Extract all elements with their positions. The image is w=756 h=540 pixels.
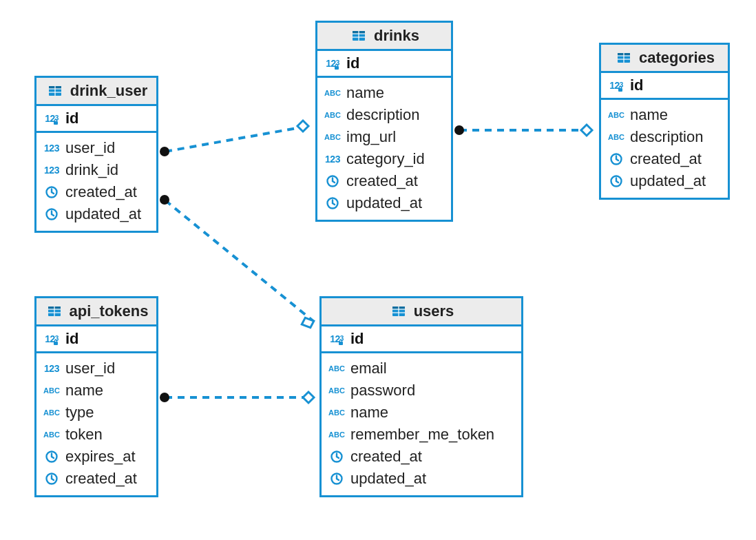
column-row: ABCtype <box>42 402 149 424</box>
column-row: 123drink_id <box>42 159 149 181</box>
primary-key-row: 123 id <box>36 326 156 353</box>
table-icon <box>614 50 633 65</box>
table-icon <box>45 83 65 98</box>
endpoint-diamond <box>297 121 308 132</box>
pk-int-icon: 123 <box>327 331 346 346</box>
timestamp-type-icon <box>42 185 61 200</box>
primary-key-row: 123 id <box>317 51 451 78</box>
endpoint-diamond <box>581 125 592 136</box>
pk-int-icon: 123 <box>323 56 342 71</box>
column-row: updated_at <box>42 203 149 225</box>
column-row: updated_at <box>607 170 721 192</box>
column-row: ABCremember_me_token <box>327 424 514 446</box>
table-columns: ABCnameABCdescriptioncreated_atupdated_a… <box>601 100 728 198</box>
timestamp-type-icon <box>327 449 346 464</box>
string-type-icon: ABC <box>327 405 346 420</box>
column-name: updated_at <box>350 470 426 488</box>
column-row: 123category_id <box>323 148 444 170</box>
column-name: img_url <box>346 128 396 146</box>
column-row: expires_at <box>42 446 149 468</box>
pk-int-icon: 123 <box>42 111 61 126</box>
table-icon <box>349 28 368 43</box>
svg-rect-5 <box>54 121 58 125</box>
rel-drinkuser-users <box>165 200 314 322</box>
int-type-icon: 123 <box>42 361 61 376</box>
entity-table-drink_user: drink_user 123 id 123user_id123drink_idc… <box>34 76 158 233</box>
timestamp-type-icon <box>607 152 626 167</box>
pk-int-icon: 123 <box>607 78 626 93</box>
column-name: created_at <box>65 183 137 201</box>
column-name: password <box>350 382 415 399</box>
table-columns: 123user_idABCnameABCtypeABCtokenexpires_… <box>36 353 156 495</box>
string-type-icon: ABC <box>327 361 346 376</box>
timestamp-type-icon <box>323 174 342 189</box>
table-columns: ABCnameABCdescriptionABCimg_url123catego… <box>317 78 451 220</box>
column-row: ABCname <box>42 380 149 402</box>
table-header: categories <box>601 45 728 73</box>
svg-rect-21 <box>618 88 622 92</box>
column-name: created_at <box>350 448 422 466</box>
column-row: created_at <box>323 170 444 192</box>
timestamp-type-icon <box>323 196 342 211</box>
pk-name: id <box>346 54 360 72</box>
primary-key-row: 123 id <box>36 106 156 133</box>
string-type-icon: ABC <box>607 107 626 123</box>
pk-int-icon: 123 <box>42 331 61 346</box>
pk-name: id <box>65 330 79 348</box>
column-row: created_at <box>42 468 149 490</box>
column-row: 123user_id <box>42 137 149 159</box>
column-row: ABCdescription <box>607 126 721 148</box>
int-type-icon: 123 <box>323 152 342 167</box>
primary-key-row: 123 id <box>322 326 521 353</box>
column-name: email <box>350 360 387 377</box>
column-name: name <box>346 84 384 102</box>
endpoint-dot <box>454 125 464 135</box>
entity-table-categories: categories 123 id ABCnameABCdescriptionc… <box>599 43 730 200</box>
column-row: ABCname <box>607 104 721 126</box>
column-name: token <box>65 426 103 444</box>
column-name: type <box>65 404 94 422</box>
svg-rect-37 <box>339 342 343 345</box>
column-name: drink_id <box>65 161 118 179</box>
column-row: ABCimg_url <box>323 126 444 148</box>
endpoint-dot <box>160 393 169 402</box>
table-title: drink_user <box>70 82 148 100</box>
string-type-icon: ABC <box>323 107 342 123</box>
table-header: users <box>322 298 521 326</box>
column-row: ABCemail <box>327 357 514 380</box>
pk-name: id <box>65 110 79 127</box>
entity-table-users: users 123 id ABCemailABCpasswordABCnameA… <box>319 296 523 497</box>
column-name: user_id <box>65 360 115 377</box>
primary-key-row: 123 id <box>601 73 728 100</box>
column-row: ABCtoken <box>42 424 149 446</box>
column-row: ABCpassword <box>327 380 514 402</box>
column-name: updated_at <box>630 172 706 190</box>
entity-table-api_tokens: api_tokens 123 id 123user_idABCnameABCty… <box>34 296 158 497</box>
string-type-icon: ABC <box>323 129 342 145</box>
table-columns: ABCemailABCpasswordABCnameABCremember_me… <box>322 353 521 495</box>
svg-rect-29 <box>54 342 58 345</box>
column-name: remember_me_token <box>350 426 494 444</box>
table-icon <box>389 304 408 319</box>
column-name: created_at <box>630 150 702 168</box>
table-title: drinks <box>374 27 419 45</box>
svg-rect-13 <box>335 66 339 70</box>
timestamp-type-icon <box>42 449 61 464</box>
rel-drinkuser-drinks <box>165 126 308 152</box>
table-title: categories <box>639 49 715 67</box>
string-type-icon: ABC <box>327 383 346 398</box>
column-row: 123user_id <box>42 357 149 380</box>
int-type-icon: 123 <box>42 163 61 178</box>
pk-name: id <box>350 330 364 348</box>
table-title: users <box>414 302 454 320</box>
endpoint-dot <box>160 147 169 156</box>
int-type-icon: 123 <box>42 141 61 156</box>
entity-table-drinks: drinks 123 id ABCnameABCdescriptionABCim… <box>315 21 453 222</box>
endpoint-diamond <box>301 317 314 329</box>
table-columns: 123user_id123drink_idcreated_atupdated_a… <box>36 133 156 231</box>
column-name: updated_at <box>346 194 422 212</box>
timestamp-type-icon <box>327 471 346 486</box>
column-name: name <box>630 106 668 124</box>
endpoint-dot <box>160 195 169 205</box>
string-type-icon: ABC <box>42 383 61 398</box>
